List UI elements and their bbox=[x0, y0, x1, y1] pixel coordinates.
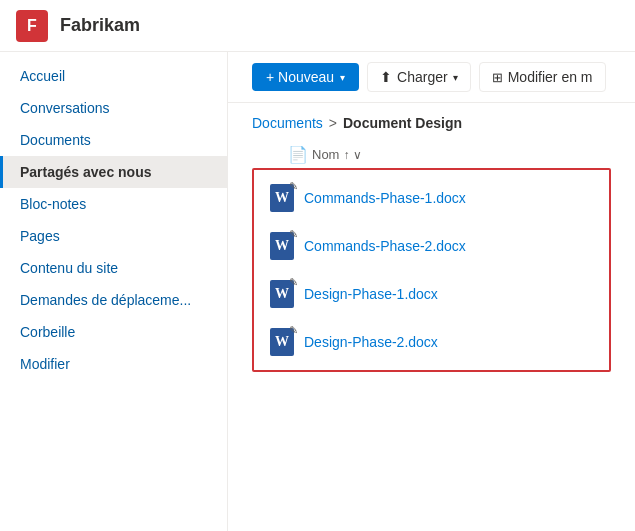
breadcrumb-separator: > bbox=[329, 115, 337, 131]
pin-icon-1: ✎ bbox=[289, 228, 298, 241]
sidebar: AccueilConversationsDocumentsPartagés av… bbox=[0, 52, 228, 531]
charger-label: Charger bbox=[397, 69, 448, 85]
file-name-1[interactable]: Commands-Phase-2.docx bbox=[304, 238, 466, 254]
file-name-2[interactable]: Design-Phase-1.docx bbox=[304, 286, 438, 302]
logo-letter: F bbox=[27, 17, 37, 35]
sidebar-item-4[interactable]: Bloc-notes bbox=[0, 188, 227, 220]
col-name-label: Nom bbox=[312, 147, 339, 162]
modifier-button[interactable]: ⊞ Modifier en m bbox=[479, 62, 606, 92]
pin-icon-0: ✎ bbox=[289, 180, 298, 193]
table-icon: ⊞ bbox=[492, 70, 503, 85]
sidebar-item-7[interactable]: Demandes de déplaceme... bbox=[0, 284, 227, 316]
file-area: 📄 Nom ↑ ∨ W✎Commands-Phase-1.docxW✎Comma… bbox=[228, 137, 635, 531]
new-chevron-icon: ▾ bbox=[340, 72, 345, 83]
pin-icon-2: ✎ bbox=[289, 276, 298, 289]
breadcrumb-parent[interactable]: Documents bbox=[252, 115, 323, 131]
toolbar: + Nouveau ▾ ⬆ Charger ▾ ⊞ Modifier en m bbox=[228, 52, 635, 103]
word-icon-area-2: W✎ bbox=[270, 280, 294, 308]
layout: AccueilConversationsDocumentsPartagés av… bbox=[0, 52, 635, 531]
main-content: + Nouveau ▾ ⬆ Charger ▾ ⊞ Modifier en m … bbox=[228, 52, 635, 531]
sidebar-item-6[interactable]: Contenu du site bbox=[0, 252, 227, 284]
sort-asc-icon[interactable]: ↑ bbox=[343, 148, 349, 162]
sort-toggle-icon[interactable]: ∨ bbox=[353, 148, 362, 162]
file-row-2[interactable]: W✎Design-Phase-1.docx bbox=[254, 270, 609, 318]
sidebar-item-2[interactable]: Documents bbox=[0, 124, 227, 156]
breadcrumb-current: Document Design bbox=[343, 115, 462, 131]
file-name-3[interactable]: Design-Phase-2.docx bbox=[304, 334, 438, 350]
file-list-box: W✎Commands-Phase-1.docxW✎Commands-Phase-… bbox=[252, 168, 611, 372]
charger-chevron-icon: ▾ bbox=[453, 72, 458, 83]
sidebar-item-3[interactable]: Partagés avec nous bbox=[0, 156, 227, 188]
new-button[interactable]: + Nouveau ▾ bbox=[252, 63, 359, 91]
file-col-icon: 📄 bbox=[288, 145, 308, 164]
file-row-3[interactable]: W✎Design-Phase-2.docx bbox=[254, 318, 609, 366]
sidebar-item-1[interactable]: Conversations bbox=[0, 92, 227, 124]
upload-icon: ⬆ bbox=[380, 69, 392, 85]
column-header: 📄 Nom ↑ ∨ bbox=[252, 137, 611, 168]
pin-icon-3: ✎ bbox=[289, 324, 298, 337]
new-button-label: + Nouveau bbox=[266, 69, 334, 85]
sidebar-item-9[interactable]: Modifier bbox=[0, 348, 227, 380]
modifier-label: Modifier en m bbox=[508, 69, 593, 85]
app-title: Fabrikam bbox=[60, 15, 140, 36]
word-icon-area-0: W✎ bbox=[270, 184, 294, 212]
sidebar-item-8[interactable]: Corbeille bbox=[0, 316, 227, 348]
header: F Fabrikam bbox=[0, 0, 635, 52]
file-name-0[interactable]: Commands-Phase-1.docx bbox=[304, 190, 466, 206]
file-row-1[interactable]: W✎Commands-Phase-2.docx bbox=[254, 222, 609, 270]
word-icon-area-3: W✎ bbox=[270, 328, 294, 356]
sidebar-item-5[interactable]: Pages bbox=[0, 220, 227, 252]
breadcrumb: Documents > Document Design bbox=[228, 103, 635, 137]
sidebar-item-0[interactable]: Accueil bbox=[0, 60, 227, 92]
file-row-0[interactable]: W✎Commands-Phase-1.docx bbox=[254, 174, 609, 222]
app-logo: F bbox=[16, 10, 48, 42]
charger-button[interactable]: ⬆ Charger ▾ bbox=[367, 62, 471, 92]
word-icon-area-1: W✎ bbox=[270, 232, 294, 260]
